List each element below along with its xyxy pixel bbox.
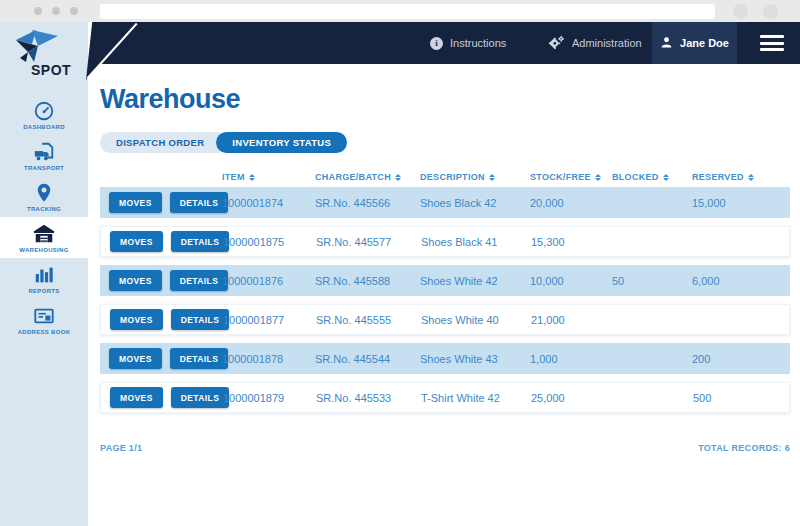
address-bar[interactable] xyxy=(100,4,715,19)
column-header-charge-batch[interactable]: CHARGE/BATCH xyxy=(315,172,420,182)
cell-description: Shoes Black 42 xyxy=(420,197,530,209)
browser-profile-button[interactable] xyxy=(763,4,778,19)
instructions-label: Instructions xyxy=(450,37,506,49)
sort-icon[interactable] xyxy=(249,174,255,181)
warehouse-icon xyxy=(32,222,56,245)
tab-inventory-status[interactable]: INVENTORY STATUS xyxy=(216,132,347,153)
browser-chrome xyxy=(0,0,800,22)
browser-extension-button[interactable] xyxy=(733,4,748,19)
row-actions: MOVES DETAILS xyxy=(101,231,223,252)
administration-menu-item[interactable]: Administration xyxy=(548,22,642,64)
cell-blocked: 50 xyxy=(612,275,692,287)
sort-icon[interactable] xyxy=(489,174,495,181)
details-button[interactable]: DETAILS xyxy=(171,231,230,252)
cell-description: Shoes White 40 xyxy=(421,314,531,326)
sidebar-item-label: WAREHOUSING xyxy=(19,247,68,253)
table-row: MOVES DETAILS 1000001874 SR.No. 445566 S… xyxy=(100,187,790,218)
cell-item: 1000001879 xyxy=(223,392,316,404)
row-actions: MOVES DETAILS xyxy=(100,192,222,213)
moves-button[interactable]: MOVES xyxy=(110,231,163,252)
cell-reserved: 500 xyxy=(693,392,791,404)
cell-description: Shoes Black 41 xyxy=(421,236,531,248)
sort-icon[interactable] xyxy=(595,174,601,181)
column-header-blocked[interactable]: BLOCKED xyxy=(612,172,692,182)
contact-card-icon xyxy=(33,304,55,327)
window-control-dot[interactable] xyxy=(70,7,78,15)
cell-stock-free: 1,000 xyxy=(530,353,612,365)
sidebar-item-transport[interactable]: TRANSPORT xyxy=(0,135,88,176)
user-menu[interactable]: Jane Doe xyxy=(652,22,737,64)
sort-icon[interactable] xyxy=(748,174,754,181)
cell-reserved: 15,000 xyxy=(692,197,790,209)
cell-item: 1000001876 xyxy=(222,275,315,287)
sidebar-item-label: REPORTS xyxy=(28,288,59,294)
cell-description: Shoes White 42 xyxy=(420,275,530,287)
row-actions: MOVES DETAILS xyxy=(101,387,223,408)
window-control-dot[interactable] xyxy=(34,7,42,15)
row-actions: MOVES DETAILS xyxy=(100,270,222,291)
brand-name: SPOT xyxy=(31,62,71,78)
details-button[interactable]: DETAILS xyxy=(171,387,230,408)
row-actions: MOVES DETAILS xyxy=(100,348,222,369)
truck-document-icon xyxy=(33,140,55,163)
table-row: MOVES DETAILS 1000001879 SR.No. 445533 T… xyxy=(100,382,790,413)
row-actions: MOVES DETAILS xyxy=(101,309,223,330)
cell-charge-batch: SR.No. 445544 xyxy=(315,353,420,365)
cell-item: 1000001874 xyxy=(222,197,315,209)
moves-button[interactable]: MOVES xyxy=(110,309,163,330)
origami-bird-logo-icon xyxy=(14,28,60,66)
details-button[interactable]: DETAILS xyxy=(170,192,229,213)
cell-charge-batch: SR.No. 445577 xyxy=(316,236,421,248)
info-icon: i xyxy=(430,37,443,50)
sidebar-item-label: TRANSPORT xyxy=(24,165,64,171)
user-icon xyxy=(660,36,673,51)
table-footer: PAGE 1/1 TOTAL RECORDS: 6 xyxy=(100,443,790,453)
column-header-stock-free[interactable]: STOCK/FREE xyxy=(530,172,612,182)
sort-icon[interactable] xyxy=(395,174,401,181)
moves-button[interactable]: MOVES xyxy=(109,192,162,213)
gauge-icon xyxy=(33,99,55,122)
bar-chart-icon xyxy=(33,263,55,286)
cell-stock-free: 25,000 xyxy=(531,392,613,404)
cell-stock-free: 15,300 xyxy=(531,236,613,248)
sidebar-item-tracking[interactable]: TRACKING xyxy=(0,176,88,217)
map-pin-icon xyxy=(34,181,54,204)
column-header-item[interactable]: ITEM xyxy=(222,172,315,182)
table-row: MOVES DETAILS 1000001875 SR.No. 445577 S… xyxy=(100,226,790,257)
details-button[interactable]: DETAILS xyxy=(170,348,229,369)
sidebar-item-address-book[interactable]: ADDRESS BOOK xyxy=(0,299,88,340)
cell-reserved: 200 xyxy=(692,353,790,365)
sidebar-item-reports[interactable]: REPORTS xyxy=(0,258,88,299)
column-header-reserved[interactable]: RESERVED xyxy=(692,172,790,182)
cell-item: 1000001878 xyxy=(222,353,315,365)
table-header-row: ITEM CHARGE/BATCH DESCRIPTION STOCK/FREE… xyxy=(100,167,790,187)
sidebar-item-label: DASHBOARD xyxy=(23,124,65,130)
tab-dispatch-order[interactable]: DISPATCH ORDER xyxy=(100,132,220,153)
column-header-description[interactable]: DESCRIPTION xyxy=(420,172,530,182)
window-control-dot[interactable] xyxy=(52,7,60,15)
total-records: TOTAL RECORDS: 6 xyxy=(698,443,790,453)
sidebar-item-label: TRACKING xyxy=(27,206,61,212)
details-button[interactable]: DETAILS xyxy=(170,270,229,291)
instructions-menu-item[interactable]: i Instructions xyxy=(430,22,506,64)
sidebar-item-label: ADDRESS BOOK xyxy=(18,329,71,335)
details-button[interactable]: DETAILS xyxy=(171,309,230,330)
moves-button[interactable]: MOVES xyxy=(109,348,162,369)
sort-icon[interactable] xyxy=(663,174,669,181)
page-title: Warehouse xyxy=(100,84,790,115)
sidebar-item-warehousing[interactable]: WAREHOUSING xyxy=(0,217,88,258)
administration-label: Administration xyxy=(572,37,642,49)
moves-button[interactable]: MOVES xyxy=(110,387,163,408)
cell-item: 1000001875 xyxy=(223,236,316,248)
table-row: MOVES DETAILS 1000001876 SR.No. 445588 S… xyxy=(100,265,790,296)
gears-icon xyxy=(548,35,565,52)
tab-bar: DISPATCH ORDER INVENTORY STATUS xyxy=(100,132,790,153)
hamburger-menu-icon[interactable] xyxy=(760,35,784,51)
cell-stock-free: 20,000 xyxy=(530,197,612,209)
sidebar-item-dashboard[interactable]: DASHBOARD xyxy=(0,94,88,135)
table-row: MOVES DETAILS 1000001877 SR.No. 445555 S… xyxy=(100,304,790,335)
cell-charge-batch: SR.No. 445555 xyxy=(316,314,421,326)
app-logo[interactable]: SPOT xyxy=(0,22,88,86)
main-content: Warehouse DISPATCH ORDER INVENTORY STATU… xyxy=(100,84,790,453)
moves-button[interactable]: MOVES xyxy=(109,270,162,291)
